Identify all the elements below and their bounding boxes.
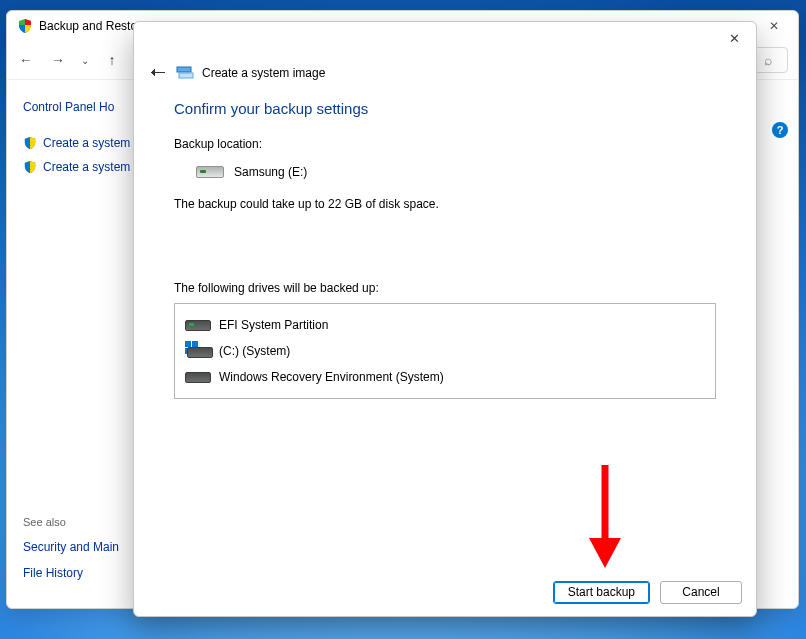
window-close-button[interactable]: ✕: [756, 12, 792, 40]
drive-icon: [185, 320, 211, 331]
nav-up-button[interactable]: ↑: [103, 52, 121, 68]
drives-list: EFI System Partition (C:) (System) Windo…: [174, 303, 716, 399]
window-controls: ✕: [756, 12, 792, 40]
backup-size-estimate: The backup could take up to 22 GB of dis…: [174, 197, 716, 211]
dialog-title: Create a system image: [176, 65, 325, 81]
dialog-heading: Confirm your backup settings: [174, 100, 716, 117]
shield-icon: [17, 18, 33, 34]
create-system-repair-link[interactable]: Create a system re: [23, 160, 151, 174]
left-rail-bottom: See also Security and Main File History: [23, 516, 119, 592]
create-system-image-link[interactable]: Create a system i: [23, 136, 151, 150]
dialog-footer: Start backup Cancel: [134, 568, 756, 616]
dialog-back-button[interactable]: 🠐: [150, 64, 166, 82]
window-title-text: Backup and Resto: [39, 19, 137, 33]
control-panel-home-link[interactable]: Control Panel Ho: [23, 100, 151, 114]
dialog-title-text: Create a system image: [202, 66, 325, 80]
drive-row-c: (C:) (System): [175, 338, 715, 364]
backup-location-label: Backup location:: [174, 137, 716, 151]
drive-icon: [187, 347, 213, 358]
drive-row-recovery: Windows Recovery Environment (System): [175, 364, 715, 390]
nav-forward-button[interactable]: →: [49, 52, 67, 68]
drive-name: Windows Recovery Environment (System): [219, 370, 444, 384]
dialog-titlebar: ✕: [134, 22, 756, 54]
drives-label: The following drives will be backed up:: [174, 281, 716, 295]
drive-name: EFI System Partition: [219, 318, 328, 332]
link-label: Create a system re: [43, 160, 144, 174]
link-label: Create a system i: [43, 136, 136, 150]
shield-icon: [23, 136, 37, 150]
file-history-link[interactable]: File History: [23, 566, 119, 580]
search-icon: ⌕: [764, 52, 772, 68]
create-system-image-dialog: ✕ 🠐 Create a system image Confirm your b…: [133, 21, 757, 617]
drive-icon: [196, 166, 224, 178]
backup-location-row: Samsung (E:): [174, 165, 716, 179]
shield-icon: [23, 160, 37, 174]
security-maintenance-link[interactable]: Security and Main: [23, 540, 119, 554]
drive-name: (C:) (System): [219, 344, 290, 358]
svg-rect-1: [179, 73, 193, 78]
nav-back-button[interactable]: ←: [17, 52, 35, 68]
see-also-label: See also: [23, 516, 119, 528]
help-button[interactable]: ?: [772, 122, 788, 138]
window-title: Backup and Resto: [13, 18, 137, 34]
computer-icon: [176, 65, 194, 81]
dialog-header: 🠐 Create a system image: [134, 54, 756, 88]
backup-location-value: Samsung (E:): [234, 165, 307, 179]
start-backup-button[interactable]: Start backup: [553, 581, 650, 604]
drive-icon: [185, 372, 211, 383]
drive-row-efi: EFI System Partition: [175, 312, 715, 338]
dialog-body: Confirm your backup settings Backup loca…: [134, 88, 756, 399]
nav-history-dropdown[interactable]: ⌄: [81, 55, 89, 66]
cancel-button[interactable]: Cancel: [660, 581, 742, 604]
svg-rect-0: [177, 67, 191, 72]
dialog-close-button[interactable]: ✕: [712, 22, 756, 54]
